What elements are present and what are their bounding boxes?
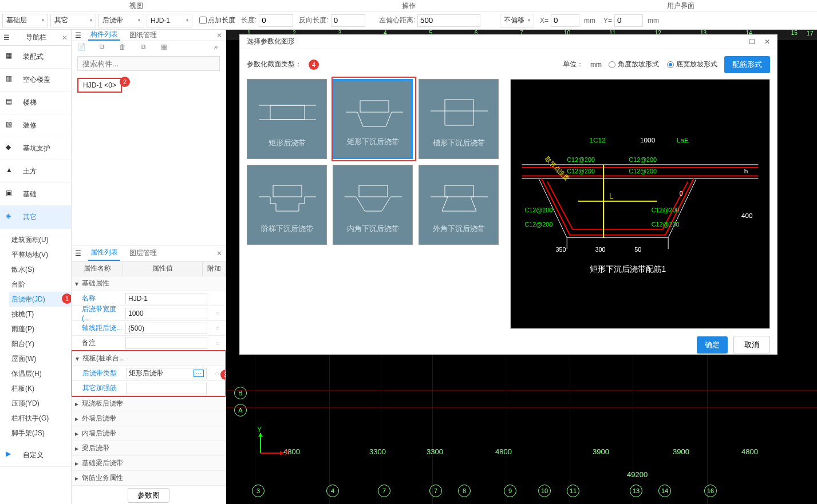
cancel-button[interactable]: 取消 [733,336,770,354]
shape-rect[interactable]: 矩形后浇带 [247,79,327,159]
sub-postcast[interactable]: 后浇带(JD)1 [9,292,71,307]
menu-ui[interactable]: 用户界面 [544,0,817,11]
group-base[interactable]: ▾基础属性 [72,276,226,291]
nav-other[interactable]: ◈其它 [0,206,71,229]
new-icon[interactable]: 📄 [76,42,86,52]
nav-close-icon[interactable]: ✕ [62,34,68,42]
svg-rect-4 [270,105,305,120]
sub-area[interactable]: 建筑面积(U) [11,232,71,247]
unit-label: 单位： [563,59,583,69]
revlength-input[interactable] [331,14,365,27]
prop-extra-input[interactable] [126,383,207,394]
delete-icon[interactable]: 🗑 [117,42,128,52]
y-input[interactable] [614,14,643,27]
dialog-titlebar[interactable]: 选择参数化图形 ☐ ✕ [240,35,777,49]
menu-operate[interactable]: 操作 [273,0,545,11]
marker-4: 4 [309,59,319,70]
component-item[interactable]: HJD-1 <0> [77,78,122,93]
tab-components[interactable]: 构件列表 [88,30,120,41]
ecc-input[interactable] [417,14,480,27]
nav-custom[interactable]: ▶自定义 [0,444,71,467]
copy-icon[interactable]: ⧉ [97,42,107,52]
bot-bubble-14: 14 [658,485,671,497]
shape-inner-sunk[interactable]: 内角下沉后浇带 [333,165,413,245]
svg-text:1C12: 1C12 [590,136,606,143]
dialog-options-row: 参数化截面类型： 4 单位： mm 角度放坡形式 底宽放坡形式 配筋形式 [247,56,770,73]
sub-rail[interactable]: 栏杆扶手(G) [11,411,71,426]
nav-pit[interactable]: ◆基坑支护 [0,137,71,160]
prop-name-input[interactable]: HJD-1 [125,293,207,304]
col-extra: 附加 [203,261,226,276]
search-input[interactable] [77,56,220,71]
proptabs-menu-icon[interactable]: ☰ [75,249,81,257]
param-diagram-button[interactable]: 参数图 [128,488,169,503]
floor-combo[interactable]: 基础层▾ [2,14,48,27]
dialog-max-icon[interactable]: ☐ [749,38,755,46]
tab-layers[interactable]: 图层管理 [127,245,159,261]
rebar-form-button[interactable]: 配筋形式 [724,56,770,73]
sub-eave[interactable]: 挑檐(T) [11,307,71,322]
sub-roof[interactable]: 屋面(W) [11,351,71,366]
nav-stair[interactable]: ▤楼梯 [0,92,71,114]
add-length-check[interactable]: 点加长度 [199,15,235,25]
sub-balcony[interactable]: 阳台(Y) [11,336,71,351]
tab-drawings[interactable]: 图纸管理 [127,30,159,41]
prop-axis-input[interactable]: (500) [125,323,207,334]
sub-insulation[interactable]: 保温层(H) [11,366,71,381]
x-unit: mm [584,17,595,25]
proptabs-close-icon[interactable]: ✕ [216,249,222,257]
bot-bubble-3: 3 [252,485,265,497]
nav-hollow[interactable]: ▥空心楼盖 [0,69,71,92]
nav-foundation[interactable]: ▣基础 [0,183,71,206]
sub-coping[interactable]: 压顶(YD) [11,396,71,411]
group-raft[interactable]: ▾筏板(桩承台... [72,351,225,366]
group-nq[interactable]: ▸内墙后浇带 [72,426,226,441]
prop-axis: 轴线距后浇... (500) ○ [72,321,226,336]
nav-decoration[interactable]: ▧装修 [0,114,71,137]
prop-width-input[interactable]: 1000 [125,308,207,319]
more-icon[interactable]: » [211,42,221,52]
sub-canopy[interactable]: 雨蓬(P) [11,322,71,336]
sub-scaffold[interactable]: 脚手架(JS) [11,426,71,440]
group-liang[interactable]: ▸梁后浇带 [72,441,226,456]
sub-flatten[interactable]: 平整场地(V) [11,247,71,262]
dialog-close-icon[interactable]: ✕ [764,38,770,46]
ellipsis-icon[interactable]: ⋯ [194,370,204,377]
level-icon[interactable]: ▦ [159,42,169,52]
group-xjb[interactable]: ▸现浇板后浇带 [72,396,226,411]
offset-combo[interactable]: 不偏移▾ [500,14,534,27]
prop-note-input[interactable] [125,338,207,349]
group-jcl[interactable]: ▸基础梁后浇带 [72,456,226,471]
ok-button[interactable]: 确定 [697,336,728,354]
shape-outer-sunk[interactable]: 外角下沉后浇带 [419,165,499,245]
nav-earth[interactable]: ▲土方 [0,160,71,183]
subcat-combo[interactable]: 后浇带▾ [98,14,144,27]
top-menu[interactable]: 视图 操作 用户界面 [0,0,817,11]
category-combo[interactable]: 其它▾ [50,14,96,27]
paste-icon[interactable]: ⧉ [138,42,148,52]
bot-bubble-11: 11 [567,485,579,497]
group-wq[interactable]: ▸外墙后浇带 [72,411,226,426]
svg-rect-9 [273,185,302,197]
sub-step[interactable]: 台阶 [11,277,71,292]
svg-text:C12@200: C12@200 [567,167,595,174]
shape-step-sunk[interactable]: 阶梯下沉后浇带 [247,165,327,245]
tabs-menu-icon[interactable]: ☰ [75,31,81,39]
tab-properties[interactable]: 属性列表 [88,245,120,261]
name-combo[interactable]: HJD-1▾ [147,14,192,27]
length-input[interactable] [259,14,293,27]
nav-menu-icon[interactable]: ☰ [3,34,10,42]
tabs-close-icon[interactable]: ✕ [216,31,222,39]
nav-prefab[interactable]: ▦装配式 [0,46,71,69]
prop-type-input[interactable]: 矩形后浇带⋯ [126,368,207,379]
group-gj[interactable]: ▸钢筋业务属性 [72,471,226,486]
other-icon: ◈ [6,212,17,223]
sub-apron[interactable]: 散水(S) [11,262,71,277]
menu-view[interactable]: 视图 [0,0,273,11]
radio-width[interactable]: 底宽放坡形式 [667,59,717,69]
radio-angle[interactable]: 角度放坡形式 [609,59,659,69]
nav-header: ☰ 导航栏 ✕ [0,30,71,46]
sub-parapet[interactable]: 栏板(K) [11,381,71,396]
x-input[interactable] [551,14,579,27]
shape-slot-sunk[interactable]: 槽形下沉后浇带 [419,79,499,159]
